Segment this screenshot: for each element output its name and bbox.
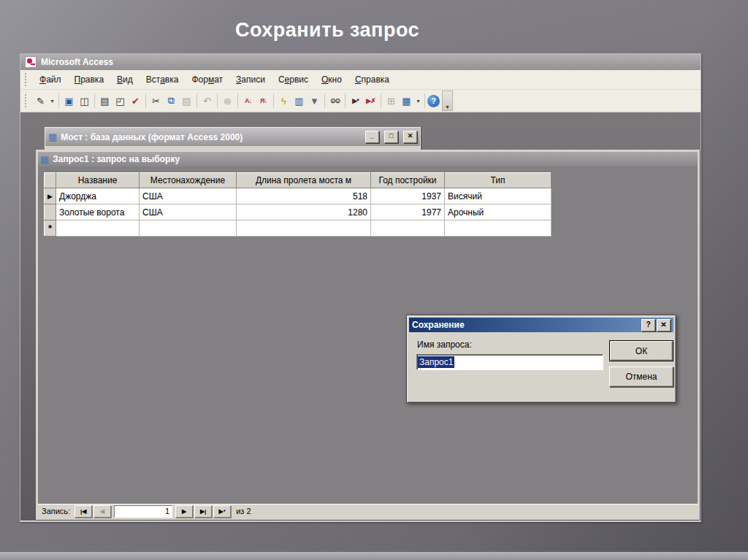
current-record-marker[interactable]: ▶ [45, 188, 56, 204]
cell[interactable] [371, 220, 445, 237]
query-window-title: Запрос1 : запрос на выборку [53, 154, 180, 164]
query-icon: ▦ [40, 155, 49, 164]
copy-icon[interactable]: ⧉ [164, 93, 179, 108]
spelling-icon[interactable]: ✔ [128, 93, 143, 108]
design-view-caret-icon[interactable]: ▾ [48, 93, 56, 108]
query-datasheet: Название Местонахождение Длина пролета м… [44, 172, 552, 237]
new-record-marker[interactable]: * [45, 220, 56, 237]
toolbar-separator [58, 93, 59, 108]
presentation-slide: Сохранить запрос Microsoft Access Файл П… [0, 0, 748, 560]
new-object-caret-icon[interactable]: ▾ [414, 93, 422, 108]
column-header-year-built[interactable]: Год постройки [371, 173, 445, 188]
cell[interactable]: 1280 [237, 204, 371, 220]
record-navigation-bar: Запись: |◀ ◀ 1 ▶ ▶| ▶* из 2 [38, 504, 698, 518]
print-preview-icon[interactable]: ◰ [112, 93, 128, 108]
record-selector[interactable] [45, 204, 56, 220]
database-icon: ▦ [48, 132, 57, 142]
workspace: ▦ Мост : база данных (формат Access 2000… [20, 112, 701, 521]
menu-format[interactable]: Формат [185, 72, 229, 87]
previous-record-button[interactable]: ◀ [94, 505, 111, 518]
cell[interactable]: Арочный [445, 204, 552, 220]
query-name-label: Имя запроса: [417, 340, 472, 350]
table-header-row: Название Местонахождение Длина пролета м… [45, 173, 552, 188]
new-object-icon[interactable]: ▦ [399, 93, 414, 108]
next-record-button[interactable]: ▶ [175, 505, 193, 518]
ok-button[interactable]: ОК [609, 340, 673, 361]
menu-view[interactable]: Вид [110, 72, 140, 87]
menu-file[interactable]: Файл [33, 72, 68, 87]
cell[interactable]: 518 [237, 188, 371, 204]
last-record-button[interactable]: ▶| [194, 505, 212, 518]
toolbar: ✎ ▾ ▣ ◫ ▤ ◰ ✔ ✂ ⧉ ▤ ↶ ⊛ А↓ Я↓ ϟ ▥ ▼ ⊙⊙ [20, 90, 701, 112]
file-search-icon[interactable]: ◫ [77, 93, 92, 108]
new-record-button[interactable]: ▶* [213, 505, 231, 518]
cell[interactable]: Джорджа [56, 188, 140, 204]
close-icon[interactable]: ✕ [657, 319, 671, 331]
toolbar-separator [196, 93, 197, 108]
close-button[interactable]: ✕ [403, 131, 417, 143]
record-count-label: из 2 [236, 507, 251, 515]
cancel-button[interactable]: Отмена [609, 367, 673, 387]
app-titlebar: Microsoft Access [20, 54, 701, 70]
cell[interactable] [445, 220, 552, 237]
menu-insert[interactable]: Вставка [140, 72, 186, 87]
cut-icon[interactable]: ✂ [148, 93, 164, 108]
paste-icon[interactable]: ▤ [179, 93, 194, 108]
design-view-icon[interactable]: ✎ [33, 93, 48, 108]
current-record-input[interactable]: 1 [114, 505, 172, 518]
cell[interactable]: США [140, 188, 237, 204]
column-header-location[interactable]: Местонахождение [140, 173, 237, 188]
database-window-titlebar: ▦ Мост : база данных (формат Access 2000… [45, 128, 420, 146]
new-record-row: * [45, 220, 552, 237]
cell[interactable] [140, 220, 237, 237]
app-title: Microsoft Access [41, 57, 113, 67]
column-header-name[interactable]: Название [56, 173, 140, 188]
select-all-cell[interactable] [45, 173, 56, 188]
cell[interactable]: 1977 [371, 204, 445, 220]
column-header-type[interactable]: Тип [445, 173, 552, 188]
column-header-span-length[interactable]: Длина пролета моста м [237, 173, 371, 188]
toolbar-overflow-icon[interactable]: ▾ [442, 91, 453, 111]
sort-ascending-icon[interactable]: А↓ [240, 93, 256, 108]
menu-records[interactable]: Записи [229, 72, 272, 87]
help-button[interactable]: ? [641, 319, 655, 331]
menu-tools[interactable]: Сервис [272, 72, 315, 87]
find-icon[interactable]: ⊙⊙ [327, 93, 343, 108]
slide-bottom-band [0, 552, 748, 560]
save-dialog-titlebar: Сохранение ? ✕ [409, 318, 673, 332]
toolbar-separator [237, 93, 238, 108]
apply-filter-icon[interactable]: ▼ [307, 93, 322, 108]
maximize-button[interactable]: □ [384, 131, 398, 143]
cell[interactable]: 1937 [371, 188, 445, 204]
query-name-input[interactable]: Запрос1 [416, 354, 603, 370]
cell[interactable] [56, 220, 140, 237]
filter-by-selection-icon[interactable]: ϟ [276, 93, 291, 108]
delete-record-icon[interactable]: ▶✗ [363, 93, 378, 108]
menu-help[interactable]: Справка [348, 72, 396, 87]
toolbar-grip-icon[interactable] [25, 94, 29, 107]
cell[interactable]: Золотые ворота [56, 204, 140, 220]
menu-window[interactable]: Окно [315, 72, 348, 87]
cell[interactable] [237, 220, 371, 237]
cell[interactable]: Висячий [445, 188, 552, 204]
toolbar-separator [424, 93, 425, 108]
minimize-button[interactable]: _ [365, 131, 379, 143]
print-icon[interactable]: ▤ [97, 93, 112, 108]
menubar-grip-icon[interactable] [25, 73, 29, 86]
insert-hyperlink-icon[interactable]: ⊛ [220, 93, 235, 108]
cell[interactable]: США [140, 204, 237, 220]
new-record-icon[interactable]: ▶* [348, 93, 363, 108]
menu-bar: Файл Правка Вид Вставка Формат Записи Се… [20, 70, 701, 90]
database-window-icon[interactable]: ⊞ [383, 93, 399, 108]
save-dialog-title: Сохранение [412, 320, 640, 330]
undo-icon[interactable]: ↶ [199, 93, 215, 108]
sort-descending-icon[interactable]: Я↓ [256, 93, 271, 108]
help-icon[interactable]: ? [427, 95, 440, 107]
slide-title: Сохранить запрос [0, 19, 654, 42]
first-record-button[interactable]: |◀ [75, 505, 92, 518]
save-icon[interactable]: ▣ [61, 93, 77, 108]
filter-by-form-icon[interactable]: ▥ [291, 93, 307, 108]
menu-edit[interactable]: Правка [68, 72, 111, 87]
table-row: ▶ Джорджа США 518 1937 Висячий [45, 188, 552, 204]
record-nav-label: Запись: [42, 507, 70, 515]
